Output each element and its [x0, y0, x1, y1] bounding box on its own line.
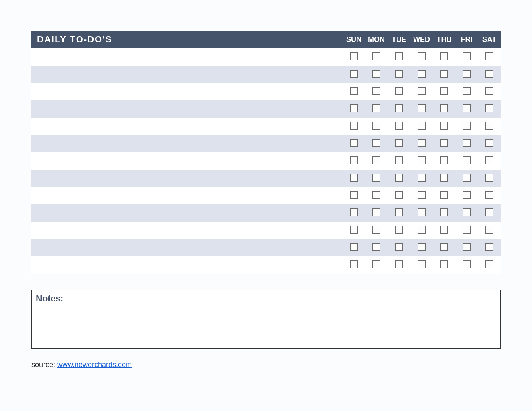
task-label-cell[interactable]	[31, 152, 343, 170]
checkbox-icon[interactable]	[463, 70, 471, 78]
checkbox-icon[interactable]	[395, 191, 403, 199]
checkbox-icon[interactable]	[350, 156, 358, 164]
checkbox-icon[interactable]	[372, 243, 380, 251]
checkbox-icon[interactable]	[350, 70, 358, 78]
checkbox-icon[interactable]	[418, 226, 426, 234]
checkbox-icon[interactable]	[440, 191, 448, 199]
checkbox-icon[interactable]	[463, 260, 471, 268]
checkbox-icon[interactable]	[485, 174, 493, 182]
checkbox-icon[interactable]	[485, 104, 493, 112]
checkbox-icon[interactable]	[463, 208, 471, 216]
checkbox-icon[interactable]	[463, 87, 471, 95]
checkbox-icon[interactable]	[440, 260, 448, 268]
checkbox-icon[interactable]	[485, 70, 493, 78]
checkbox-icon[interactable]	[372, 87, 380, 95]
checkbox-icon[interactable]	[485, 139, 493, 147]
checkbox-icon[interactable]	[350, 191, 358, 199]
task-label-cell[interactable]	[31, 83, 343, 100]
task-label-cell[interactable]	[31, 100, 343, 118]
checkbox-icon[interactable]	[485, 243, 493, 251]
checkbox-icon[interactable]	[440, 87, 448, 95]
checkbox-icon[interactable]	[485, 208, 493, 216]
checkbox-icon[interactable]	[372, 70, 380, 78]
checkbox-icon[interactable]	[440, 226, 448, 234]
checkbox-icon[interactable]	[485, 87, 493, 95]
task-label-cell[interactable]	[31, 187, 343, 204]
checkbox-icon[interactable]	[350, 122, 358, 130]
checkbox-icon[interactable]	[350, 174, 358, 182]
task-label-cell[interactable]	[31, 135, 343, 152]
checkbox-icon[interactable]	[440, 52, 448, 60]
checkbox-icon[interactable]	[463, 226, 471, 234]
checkbox-icon[interactable]	[440, 156, 448, 164]
notes-box[interactable]: Notes:	[31, 290, 501, 349]
checkbox-icon[interactable]	[395, 87, 403, 95]
checkbox-icon[interactable]	[418, 174, 426, 182]
checkbox-icon[interactable]	[395, 208, 403, 216]
checkbox-icon[interactable]	[463, 139, 471, 147]
checkbox-icon[interactable]	[395, 243, 403, 251]
checkbox-icon[interactable]	[350, 208, 358, 216]
checkbox-icon[interactable]	[372, 260, 380, 268]
checkbox-icon[interactable]	[395, 52, 403, 60]
checkbox-icon[interactable]	[463, 174, 471, 182]
checkbox-icon[interactable]	[350, 243, 358, 251]
task-label-cell[interactable]	[31, 170, 343, 187]
task-label-cell[interactable]	[31, 118, 343, 135]
checkbox-icon[interactable]	[395, 260, 403, 268]
checkbox-icon[interactable]	[485, 156, 493, 164]
checkbox-icon[interactable]	[463, 122, 471, 130]
checkbox-icon[interactable]	[395, 122, 403, 130]
task-label-cell[interactable]	[31, 66, 343, 83]
checkbox-icon[interactable]	[372, 208, 380, 216]
checkbox-icon[interactable]	[372, 122, 380, 130]
checkbox-icon[interactable]	[418, 139, 426, 147]
checkbox-icon[interactable]	[418, 104, 426, 112]
task-label-cell[interactable]	[31, 239, 343, 256]
checkbox-icon[interactable]	[372, 139, 380, 147]
checkbox-icon[interactable]	[440, 243, 448, 251]
checkbox-icon[interactable]	[485, 260, 493, 268]
checkbox-icon[interactable]	[372, 104, 380, 112]
checkbox-icon[interactable]	[485, 122, 493, 130]
checkbox-icon[interactable]	[463, 243, 471, 251]
checkbox-icon[interactable]	[395, 70, 403, 78]
checkbox-icon[interactable]	[463, 156, 471, 164]
checkbox-icon[interactable]	[418, 87, 426, 95]
checkbox-icon[interactable]	[440, 139, 448, 147]
checkbox-icon[interactable]	[350, 52, 358, 60]
checkbox-icon[interactable]	[350, 139, 358, 147]
checkbox-icon[interactable]	[418, 260, 426, 268]
checkbox-icon[interactable]	[372, 191, 380, 199]
checkbox-icon[interactable]	[440, 122, 448, 130]
checkbox-icon[interactable]	[485, 226, 493, 234]
source-link[interactable]: www.neworchards.com	[57, 361, 132, 369]
checkbox-icon[interactable]	[372, 156, 380, 164]
task-label-cell[interactable]	[31, 48, 343, 66]
checkbox-icon[interactable]	[395, 156, 403, 164]
checkbox-icon[interactable]	[372, 52, 380, 60]
checkbox-icon[interactable]	[395, 104, 403, 112]
checkbox-icon[interactable]	[463, 191, 471, 199]
task-label-cell[interactable]	[31, 204, 343, 222]
checkbox-icon[interactable]	[418, 156, 426, 164]
checkbox-icon[interactable]	[440, 174, 448, 182]
checkbox-icon[interactable]	[350, 104, 358, 112]
checkbox-icon[interactable]	[395, 139, 403, 147]
checkbox-icon[interactable]	[418, 70, 426, 78]
checkbox-icon[interactable]	[440, 70, 448, 78]
checkbox-icon[interactable]	[463, 104, 471, 112]
checkbox-icon[interactable]	[395, 174, 403, 182]
checkbox-icon[interactable]	[372, 174, 380, 182]
checkbox-icon[interactable]	[418, 243, 426, 251]
checkbox-icon[interactable]	[463, 52, 471, 60]
checkbox-icon[interactable]	[372, 226, 380, 234]
task-label-cell[interactable]	[31, 222, 343, 239]
checkbox-icon[interactable]	[395, 226, 403, 234]
checkbox-icon[interactable]	[485, 191, 493, 199]
checkbox-icon[interactable]	[418, 191, 426, 199]
checkbox-icon[interactable]	[350, 87, 358, 95]
checkbox-icon[interactable]	[485, 52, 493, 60]
checkbox-icon[interactable]	[350, 260, 358, 268]
checkbox-icon[interactable]	[440, 208, 448, 216]
